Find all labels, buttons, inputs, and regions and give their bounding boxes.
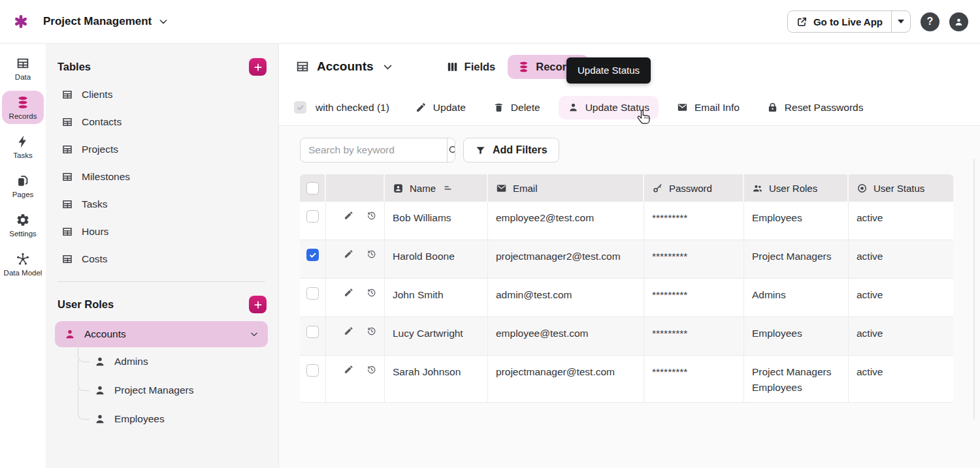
header-checkbox-cell <box>300 174 326 202</box>
sidebar-table-item[interactable]: Tasks <box>55 191 268 218</box>
vertical-scrollbar[interactable] <box>973 159 975 420</box>
record-history-icon[interactable] <box>367 364 377 375</box>
accounts-label: Accounts <box>84 328 126 340</box>
search-box <box>300 138 455 163</box>
search-input[interactable] <box>301 138 447 162</box>
nav-item-settings[interactable]: Settings <box>2 208 44 242</box>
edit-record-icon[interactable] <box>344 210 354 221</box>
header-email[interactable]: Email <box>488 174 644 202</box>
cell-email: employee2@test.com <box>488 202 644 240</box>
cell-password: ********* <box>644 240 744 278</box>
delete-button[interactable]: Delete <box>484 96 549 119</box>
add-filters-button[interactable]: Add Filters <box>463 138 559 163</box>
object-title-group[interactable]: Accounts <box>295 59 393 74</box>
delete-label: Delete <box>511 102 540 114</box>
cell-email: projectmanager2@test.com <box>488 240 644 278</box>
add-user-role-button[interactable] <box>249 296 267 313</box>
row-checkbox[interactable] <box>306 364 319 377</box>
app-switcher-chevron-icon[interactable] <box>158 16 169 27</box>
lock-icon <box>767 102 778 113</box>
record-history-icon[interactable] <box>367 249 377 259</box>
records-area: Add Filters Name <box>279 126 980 468</box>
header-user-status[interactable]: User Status <box>849 174 953 202</box>
help-button[interactable]: ? <box>921 12 939 31</box>
sidebar-role-item[interactable]: Employees <box>71 405 268 433</box>
table-row: Sarah Johnson projectmanager@test.com **… <box>300 356 953 403</box>
sidebar-role-item[interactable]: Admins <box>71 347 268 376</box>
table-body: Bob Williams employee2@test.com ********… <box>300 202 953 403</box>
record-history-icon[interactable] <box>367 326 377 336</box>
with-checked-label: with checked (1) <box>316 102 389 114</box>
key-icon <box>652 183 663 194</box>
header-user-roles[interactable]: User Roles <box>744 174 849 202</box>
columns-icon <box>446 61 459 73</box>
user-avatar-button[interactable] <box>949 12 968 31</box>
chevron-down-icon[interactable] <box>382 61 393 72</box>
header-actions-cell <box>326 174 385 202</box>
top-bar: Project Management Go to Live App ? <box>0 0 980 44</box>
nav-item-data[interactable]: Data <box>2 52 44 85</box>
topbar-actions: Go to Live App ? <box>787 10 968 33</box>
with-checked-checkbox[interactable] <box>294 101 306 114</box>
sidebar-table-item[interactable]: Milestones <box>55 163 268 191</box>
sidebar-table-item[interactable]: Contacts <box>55 108 268 136</box>
edit-record-icon[interactable] <box>344 287 354 298</box>
header-password[interactable]: Password <box>644 174 744 202</box>
tasks-bolt-icon <box>16 134 30 149</box>
person-icon <box>568 102 579 113</box>
edit-record-icon[interactable] <box>344 326 354 336</box>
cell-email: projectmanager@test.com <box>488 356 644 402</box>
sidebar-table-item[interactable]: Hours <box>55 218 268 245</box>
cell-name: Sarah Johnson <box>385 356 488 402</box>
nav-item-data-model[interactable]: Data Model <box>2 247 44 281</box>
sidebar: Tables Clients Contacts Projects <box>46 44 279 468</box>
app-title: Project Management <box>43 15 152 28</box>
table-item-label: Clients <box>82 89 112 101</box>
edit-record-icon[interactable] <box>344 249 354 259</box>
reset-passwords-button[interactable]: Reset Passwords <box>758 96 873 119</box>
nav-label: Tasks <box>13 151 32 159</box>
sort-ascending-icon[interactable] <box>443 183 453 193</box>
nav-item-tasks[interactable]: Tasks <box>2 130 44 163</box>
nav-label: Data Model <box>4 269 42 277</box>
row-checkbox[interactable] <box>306 210 319 223</box>
user-roles-tree: Admins Project Managers Employees <box>71 347 268 433</box>
user-roles-header-label: User Roles <box>57 298 114 311</box>
tables-list: Clients Contacts Projects Milestones Tas… <box>55 81 268 273</box>
record-history-icon[interactable] <box>367 287 377 298</box>
sidebar-table-item[interactable]: Projects <box>55 136 268 163</box>
email-info-label: Email Info <box>694 102 740 114</box>
table-icon <box>61 198 73 210</box>
nav-label: Settings <box>9 230 37 238</box>
sidebar-divider <box>57 281 265 282</box>
person-icon <box>64 328 76 340</box>
record-history-icon[interactable] <box>367 210 377 221</box>
add-table-button[interactable] <box>249 58 267 76</box>
row-checkbox[interactable] <box>306 249 319 261</box>
trash-icon <box>493 102 504 113</box>
cell-email: employee@test.com <box>488 317 644 355</box>
nav-item-records[interactable]: Records <box>2 91 44 124</box>
row-checkbox[interactable] <box>306 326 319 338</box>
cell-name: Lucy Cartwright <box>385 317 488 355</box>
app-window: Project Management Go to Live App ? Data <box>0 0 980 468</box>
update-button[interactable]: Update <box>406 96 475 119</box>
nav-item-pages[interactable]: Pages <box>2 169 44 202</box>
email-info-button[interactable]: Email Info <box>668 96 749 119</box>
go-to-live-app-dropdown[interactable] <box>891 11 910 32</box>
search-button[interactable] <box>447 138 455 162</box>
reset-passwords-label: Reset Passwords <box>785 102 864 114</box>
tab-fields[interactable]: Fields <box>436 55 506 79</box>
table-item-label: Contacts <box>82 116 122 128</box>
sidebar-role-item[interactable]: Project Managers <box>71 376 268 405</box>
select-all-checkbox[interactable] <box>306 182 319 195</box>
go-to-live-app-button[interactable]: Go to Live App <box>787 10 911 33</box>
cell-user-roles: Employees <box>744 202 849 240</box>
sidebar-table-item[interactable]: Clients <box>55 81 268 108</box>
sidebar-table-item[interactable]: Costs <box>55 245 268 273</box>
role-item-label: Admins <box>114 356 148 367</box>
edit-record-icon[interactable] <box>344 364 354 375</box>
status-radio-icon <box>857 183 868 194</box>
row-checkbox[interactable] <box>306 287 319 300</box>
header-name[interactable]: Name <box>385 174 488 202</box>
